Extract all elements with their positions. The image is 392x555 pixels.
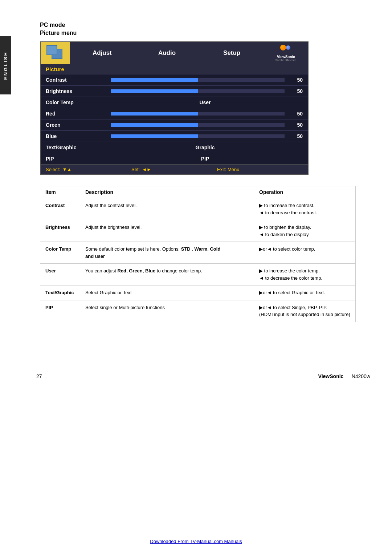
blue-bar-fill — [111, 134, 198, 138]
language-label: ENGLISH — [3, 51, 8, 80]
status-select: Select: ▼▲ — [46, 167, 131, 172]
colortemp-value: User — [107, 100, 303, 105]
table-row: Text/Graphic Select Graphic or Text ▶or◄… — [40, 285, 356, 300]
red-bar — [111, 112, 285, 116]
page-footer: 27 ViewSonic N4200w — [0, 366, 392, 387]
green-bar — [111, 123, 285, 127]
set-label: Set: — [131, 167, 140, 172]
osd-status-bar: Select: ▼▲ Set: ◄► Exit: Menu — [41, 164, 308, 174]
osd-row-brightness: Brightness 50 — [41, 85, 308, 97]
icon-square-front — [46, 45, 57, 55]
table-row: Contrast Adjust the contrast level. ▶ to… — [40, 198, 356, 220]
textgraphic-label: Text/Graphic — [46, 145, 107, 150]
footer-model: N4200w — [352, 373, 370, 379]
viewsonic-logo: ViewSonic See the difference. — [264, 42, 308, 64]
footer-page-number: 27 — [36, 373, 42, 379]
picture-icon — [46, 45, 64, 61]
picture-menu-title: Picture menu — [40, 30, 370, 36]
row-op-user: ▶ to increase the color temp.◄ to decrea… — [254, 264, 356, 285]
nav-setup[interactable]: Setup — [199, 42, 264, 64]
vs-tagline: See the difference. — [275, 59, 297, 61]
status-exit: Exit: Menu — [217, 167, 303, 172]
green-value: 50 — [288, 122, 303, 128]
pip-label: PIP — [46, 156, 107, 162]
exit-label: Exit: Menu — [217, 167, 239, 172]
footer-brand: ViewSonic — [318, 373, 344, 379]
nav-adjust[interactable]: Adjust — [70, 42, 135, 64]
footer-brand-model: ViewSonic N4200w — [318, 373, 370, 380]
row-op-pip: ▶or◄ to select Single, PBP, PIP.(HDMI in… — [254, 300, 356, 322]
row-item-user: User — [40, 264, 80, 285]
row-op-brightness: ▶ to brighten the display.◄ to darken th… — [254, 220, 356, 242]
col-header-operation: Operation — [254, 186, 356, 198]
colortemp-label: Color Temp — [46, 100, 107, 105]
row-op-textgraphic: ▶or◄ to select Graphic or Text. — [254, 285, 356, 300]
osd-row-blue: Blue 50 — [41, 130, 308, 142]
language-tab: ENGLISH — [0, 36, 11, 94]
vs-brand-text: ViewSonic — [277, 55, 295, 59]
row-desc-brightness: Adjust the brightness level. — [80, 220, 254, 242]
row-desc-user: You can adjust Red, Green, Blue to chang… — [80, 264, 254, 285]
table-row: PIP Select single or Multi-picture funct… — [40, 300, 356, 322]
table-row: Color Temp Some default color temp set i… — [40, 242, 356, 264]
table-row: User You can adjust Red, Green, Blue to … — [40, 264, 356, 285]
row-item-colortemp: Color Temp — [40, 242, 80, 264]
red-label: Red — [46, 111, 107, 117]
osd-menu: Adjust Audio Setup ViewSonic See the dif… — [40, 41, 309, 175]
osd-row-red: Red 50 — [41, 108, 308, 119]
osd-row-textgraphic: Text/Graphic Graphic — [41, 142, 308, 153]
logo-ball-blue — [286, 45, 290, 50]
row-item-textgraphic: Text/Graphic — [40, 285, 80, 300]
pc-mode-title: PC mode — [40, 22, 370, 28]
row-desc-pip: Select single or Multi-picture functions — [80, 300, 254, 322]
osd-row-pip: PIP PIP — [41, 153, 308, 164]
contrast-value: 50 — [288, 77, 303, 83]
contrast-bar-fill — [111, 78, 198, 82]
green-label: Green — [46, 122, 107, 128]
blue-label: Blue — [46, 133, 107, 139]
contrast-bar — [111, 78, 285, 82]
status-set: Set: ◄► — [131, 167, 217, 172]
nav-audio[interactable]: Audio — [135, 42, 200, 64]
osd-row-green: Green 50 — [41, 119, 308, 130]
osd-row-colortemp: Color Temp User — [41, 97, 308, 108]
brightness-bar-fill — [111, 89, 198, 93]
select-arrows: ▼▲ — [62, 167, 72, 172]
vs-logo-icon — [279, 45, 293, 55]
red-value: 50 — [288, 111, 303, 117]
brightness-value: 50 — [288, 88, 303, 94]
set-arrows: ◄► — [142, 167, 151, 172]
red-bar-fill — [111, 112, 198, 116]
osd-row-contrast: Contrast 50 — [41, 74, 308, 85]
green-bar-fill — [111, 123, 198, 127]
vs-logo-container: ViewSonic See the difference. — [275, 45, 297, 61]
osd-picture-icon — [41, 42, 70, 64]
logo-ball-orange — [280, 45, 286, 50]
row-desc-colortemp: Some default color temp set is here. Opt… — [80, 242, 254, 264]
row-op-colortemp: ▶or◄ to select color temp. — [254, 242, 356, 264]
row-op-contrast: ▶ to increase the contrast.◄ to decrease… — [254, 198, 356, 220]
col-header-description: Description — [80, 186, 254, 198]
blue-bar — [111, 134, 285, 138]
textgraphic-value: Graphic — [107, 145, 303, 150]
select-label: Select: — [46, 167, 60, 172]
description-table: Item Description Operation Contrast Adju… — [40, 186, 356, 322]
download-link[interactable]: Downloaded From TV-Manual.com Manuals — [150, 539, 242, 544]
row-desc-textgraphic: Select Graphic or Text — [80, 285, 254, 300]
brightness-label: Brightness — [46, 88, 107, 94]
contrast-label: Contrast — [46, 77, 107, 83]
row-item-pip: PIP — [40, 300, 80, 322]
brightness-bar — [111, 89, 285, 93]
row-item-contrast: Contrast — [40, 198, 80, 220]
col-header-item: Item — [40, 186, 80, 198]
pip-value: PIP — [107, 156, 303, 162]
table-row: Brightness Adjust the brightness level. … — [40, 220, 356, 242]
blue-value: 50 — [288, 133, 303, 139]
osd-nav-bar: Adjust Audio Setup ViewSonic See the dif… — [41, 42, 308, 64]
row-item-brightness: Brightness — [40, 220, 80, 242]
osd-section-picture: Picture — [41, 64, 308, 74]
row-desc-contrast: Adjust the contrast level. — [80, 198, 254, 220]
